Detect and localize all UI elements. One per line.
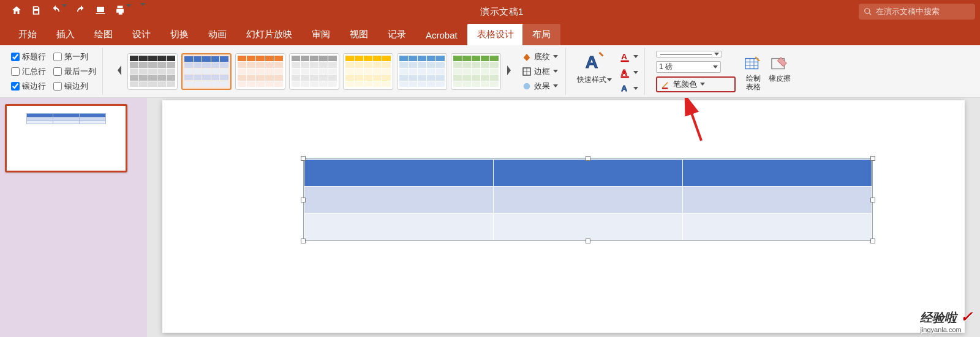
svg-rect-6 xyxy=(621,61,629,62)
workspace: 1 xyxy=(0,98,980,337)
search-placeholder: 在演示文稿中搜索 xyxy=(876,6,940,17)
thumbnail-table xyxy=(26,113,106,124)
tab-review[interactable]: 审阅 xyxy=(302,24,340,45)
pen-weight-dropdown[interactable]: 1 磅 xyxy=(656,61,721,73)
styles-scroll-right[interactable] xyxy=(503,65,514,78)
svg-text:A: A xyxy=(585,52,598,72)
tab-record[interactable]: 记录 xyxy=(378,24,416,45)
print-icon[interactable] xyxy=(115,5,131,18)
svg-rect-8 xyxy=(621,76,629,78)
banded-col-checkbox[interactable]: 镶边列 xyxy=(53,81,96,92)
tab-transitions[interactable]: 切换 xyxy=(160,24,198,45)
table-style-1[interactable] xyxy=(127,53,178,90)
table-selection[interactable] xyxy=(303,158,873,241)
styles-scroll-left[interactable] xyxy=(114,65,125,78)
tab-draw[interactable]: 绘图 xyxy=(85,24,123,45)
table-style-2-selected[interactable] xyxy=(181,53,232,90)
pen-icon xyxy=(661,80,671,89)
slide-thumbnail-1[interactable] xyxy=(5,104,127,172)
svg-rect-10 xyxy=(662,87,668,89)
resize-handle[interactable] xyxy=(301,198,306,202)
qat-more-icon[interactable] xyxy=(140,6,145,17)
effects-button[interactable]: 效果 xyxy=(521,80,559,92)
tab-view[interactable]: 视图 xyxy=(340,24,378,45)
slide-thumbnail-panel: 1 xyxy=(0,98,147,337)
draw-table-button[interactable]: 绘制 表格 xyxy=(744,55,763,91)
resize-handle[interactable] xyxy=(870,239,875,243)
table-style-options-group: 标题行 汇总行 镶边行 第一列 最后一列 镶边列 xyxy=(5,48,103,95)
slide-canvas[interactable] xyxy=(162,100,965,333)
header-row-checkbox[interactable]: 标题行 xyxy=(11,51,46,62)
resize-handle[interactable] xyxy=(301,156,306,161)
table-styles-group: 底纹 边框 效果 xyxy=(108,48,566,95)
text-outline-button[interactable]: A xyxy=(619,66,638,78)
home-icon[interactable] xyxy=(11,5,22,18)
tab-slideshow[interactable]: 幻灯片放映 xyxy=(236,24,302,45)
resize-handle[interactable] xyxy=(870,198,875,202)
tab-layout[interactable]: 布局 xyxy=(522,24,560,45)
resize-handle[interactable] xyxy=(870,156,875,161)
pen-style-dropdown[interactable] xyxy=(656,51,722,57)
draw-borders-group: 1 磅 笔颜色 绘制 表格 橡皮擦 xyxy=(650,48,797,95)
svg-text:A: A xyxy=(621,84,627,93)
table-style-7[interactable] xyxy=(451,53,501,90)
svg-text:A: A xyxy=(621,68,627,77)
resize-handle[interactable] xyxy=(586,239,590,243)
table-style-4[interactable] xyxy=(289,53,339,90)
slide-editor[interactable] xyxy=(147,98,980,337)
svg-text:A: A xyxy=(621,52,627,61)
resize-handle[interactable] xyxy=(301,239,306,243)
svg-rect-11 xyxy=(745,59,758,69)
ribbon-tabs: 开始 插入 绘图 设计 切换 动画 幻灯片放映 审阅 视图 记录 Acrobat… xyxy=(0,23,980,45)
table-style-5[interactable] xyxy=(343,53,393,90)
document-title: 演示文稿1 xyxy=(145,6,859,18)
tab-home[interactable]: 开始 xyxy=(9,24,47,45)
undo-icon[interactable] xyxy=(50,5,67,18)
quick-styles-button[interactable]: A 快速样式 xyxy=(577,50,612,85)
title-bar: 演示文稿1 在演示文稿中搜索 xyxy=(0,0,980,23)
resize-handle[interactable] xyxy=(586,156,590,161)
touch-mode-icon[interactable] xyxy=(95,5,106,18)
first-col-checkbox[interactable]: 第一列 xyxy=(53,51,96,62)
text-effects-button[interactable]: A xyxy=(619,82,638,94)
eraser-button[interactable]: 橡皮擦 xyxy=(769,55,791,83)
tab-animations[interactable]: 动画 xyxy=(198,24,236,45)
last-col-checkbox[interactable]: 最后一列 xyxy=(53,66,96,77)
redo-icon[interactable] xyxy=(75,5,86,18)
save-icon[interactable] xyxy=(31,5,42,18)
text-fill-button[interactable]: A xyxy=(619,50,638,62)
ribbon: 标题行 汇总行 镶边行 第一列 最后一列 镶边列 底纹 xyxy=(0,45,980,98)
shading-button[interactable]: 底纹 xyxy=(521,51,559,63)
tab-design[interactable]: 设计 xyxy=(123,24,160,45)
tab-insert[interactable]: 插入 xyxy=(47,24,85,45)
table-style-3[interactable] xyxy=(235,53,285,90)
banded-row-checkbox[interactable]: 镶边行 xyxy=(11,81,46,92)
total-row-checkbox[interactable]: 汇总行 xyxy=(11,66,46,77)
pen-color-button[interactable]: 笔颜色 xyxy=(656,76,736,92)
table-style-6[interactable] xyxy=(397,53,447,90)
borders-button[interactable]: 边框 xyxy=(521,65,559,78)
inserted-table[interactable] xyxy=(304,159,872,240)
wordart-styles-group: A 快速样式 A A A xyxy=(571,48,645,95)
tab-table-design[interactable]: 表格设计 xyxy=(467,24,524,45)
tab-acrobat[interactable]: Acrobat xyxy=(416,25,467,45)
svg-point-3 xyxy=(524,83,530,89)
watermark: 经验啦 ✓ jingyanla.com xyxy=(920,308,973,333)
search-icon xyxy=(864,7,872,16)
search-box[interactable]: 在演示文稿中搜索 xyxy=(859,4,975,20)
